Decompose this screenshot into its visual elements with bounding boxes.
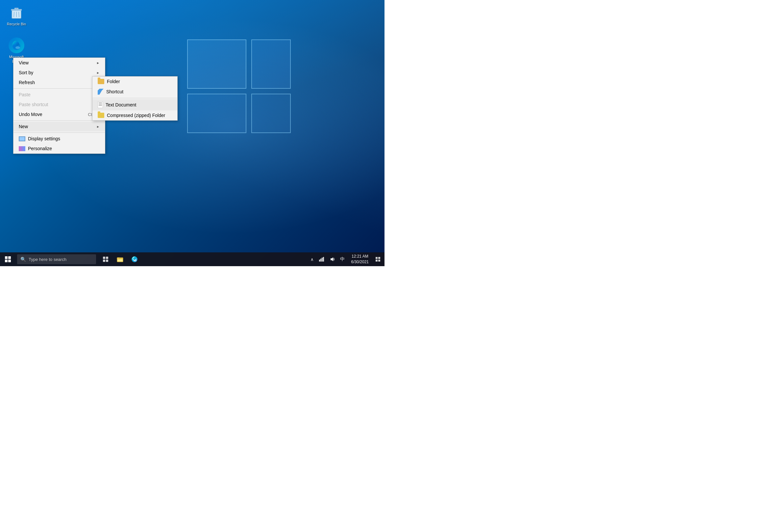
menu-item-new-label: New	[19, 124, 96, 129]
file-explorer-taskbar-button[interactable]	[113, 252, 127, 266]
submenu-folder-label: Folder	[107, 79, 172, 84]
svg-line-3	[14, 12, 14, 17]
svg-rect-21	[376, 257, 378, 259]
menu-item-undo-label: Undo Move	[19, 112, 88, 117]
menu-separator-1	[13, 88, 105, 89]
submenu-text-label: Text Document	[105, 102, 172, 107]
text-doc-icon	[98, 102, 103, 108]
menu-item-personalize[interactable]: Personalize	[13, 144, 105, 153]
clock[interactable]: 12:21 AM 6/30/2021	[347, 252, 373, 266]
start-button[interactable]	[0, 252, 16, 266]
menu-item-view[interactable]: View ►	[13, 58, 105, 68]
menu-item-refresh[interactable]: Refresh	[13, 78, 105, 87]
start-icon	[5, 256, 11, 262]
svg-rect-1	[11, 9, 22, 11]
shortcut-icon	[98, 89, 104, 95]
svg-rect-22	[378, 257, 380, 259]
menu-item-refresh-label: Refresh	[19, 80, 100, 85]
folder-icon	[98, 79, 104, 84]
menu-item-sort-by[interactable]: Sort by ►	[13, 68, 105, 78]
search-placeholder: Type here to search	[29, 257, 66, 262]
svg-rect-23	[376, 260, 378, 262]
svg-line-5	[19, 12, 19, 17]
svg-rect-12	[117, 258, 120, 259]
recycle-bin-image	[9, 5, 24, 20]
taskbar-right: ∧ 中 12:21 A	[308, 252, 384, 266]
menu-item-paste-shortcut[interactable]: Paste shortcut	[13, 100, 105, 109]
menu-arrow-new: ►	[96, 125, 100, 128]
zip-folder-icon	[98, 113, 104, 118]
submenu-item-zip-folder[interactable]: Compressed (zipped) Folder	[92, 110, 177, 120]
system-tray-ime[interactable]: 中	[338, 252, 347, 266]
search-icon: 🔍	[20, 257, 26, 262]
new-submenu: Folder Shortcut Text Document Compressed…	[92, 76, 177, 121]
submenu-item-text-document[interactable]: Text Document	[92, 99, 177, 110]
edge-taskbar-button[interactable]	[128, 252, 141, 266]
svg-rect-9	[103, 260, 105, 262]
menu-separator-3	[13, 132, 105, 133]
submenu-item-shortcut[interactable]: Shortcut	[92, 86, 177, 97]
menu-item-sort-label: Sort by	[19, 70, 96, 75]
svg-marker-20	[331, 257, 333, 261]
system-tray-chevron[interactable]: ∧	[308, 252, 316, 266]
personalize-icon	[19, 146, 25, 151]
menu-item-paste[interactable]: Paste	[13, 90, 105, 100]
menu-item-display-settings[interactable]: Display settings	[13, 134, 105, 144]
svg-rect-19	[323, 257, 324, 262]
windows-logo-bg	[187, 39, 352, 171]
svg-rect-16	[319, 260, 320, 262]
clock-date: 6/30/2021	[351, 259, 369, 265]
taskview-button[interactable]	[99, 252, 112, 266]
svg-rect-13	[117, 259, 123, 262]
submenu-separator	[92, 98, 177, 98]
menu-item-paste-label: Paste	[19, 92, 100, 97]
edge-image	[9, 37, 24, 53]
svg-rect-7	[103, 257, 105, 259]
svg-point-15	[133, 260, 137, 262]
context-menu: View ► Sort by ► Refresh Paste Paste sho…	[13, 58, 105, 154]
menu-separator-2	[13, 120, 105, 121]
recycle-bin-label: Recycle Bin	[7, 22, 26, 26]
svg-point-6	[15, 46, 20, 49]
display-settings-icon	[19, 136, 25, 141]
svg-rect-10	[106, 260, 108, 262]
system-tray-network[interactable]	[316, 252, 327, 266]
system-tray-volume[interactable]	[327, 252, 338, 266]
taskbar-middle	[99, 252, 141, 266]
menu-item-personalize-label: Personalize	[28, 146, 100, 151]
taskbar: 🔍 Type here to search	[0, 252, 384, 266]
menu-item-display-label: Display settings	[28, 136, 100, 141]
submenu-shortcut-label: Shortcut	[106, 89, 172, 94]
submenu-zip-label: Compressed (zipped) Folder	[107, 113, 172, 118]
chevron-icon: ∧	[311, 257, 314, 262]
ime-label: 中	[340, 256, 345, 262]
clock-time: 12:21 AM	[352, 254, 368, 259]
menu-item-undo-move[interactable]: Undo Move Ctrl+Z	[13, 109, 105, 119]
svg-rect-24	[378, 260, 380, 262]
search-bar[interactable]: 🔍 Type here to search	[17, 254, 96, 264]
menu-arrow-view: ►	[96, 61, 100, 65]
menu-arrow-sort: ►	[96, 71, 100, 75]
recycle-bin-icon[interactable]: Recycle Bin	[3, 3, 30, 28]
notification-button[interactable]	[373, 252, 383, 266]
svg-rect-17	[320, 259, 321, 262]
desktop: Recycle Bin Micros	[0, 0, 384, 266]
svg-rect-8	[106, 257, 108, 259]
svg-rect-18	[322, 258, 323, 262]
menu-item-new[interactable]: New ►	[13, 122, 105, 131]
menu-item-paste-shortcut-label: Paste shortcut	[19, 102, 100, 107]
menu-item-view-label: View	[19, 60, 96, 65]
submenu-item-folder[interactable]: Folder	[92, 77, 177, 86]
